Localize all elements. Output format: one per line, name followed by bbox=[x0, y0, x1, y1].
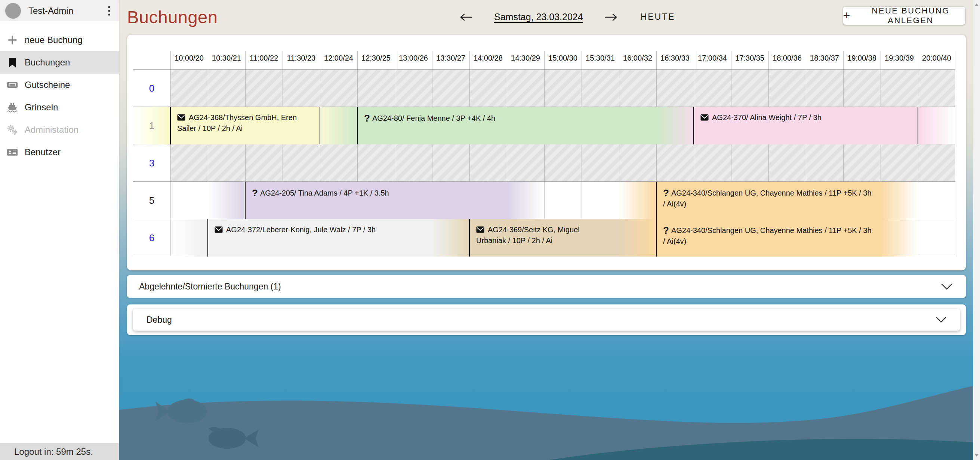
question-mark-icon: ? bbox=[663, 225, 669, 236]
sidebar-user-header: Test-Admin bbox=[0, 0, 119, 21]
grid-row-0: 0 bbox=[133, 69, 955, 107]
time-column-label: 17:00/34 bbox=[694, 54, 731, 62]
sidebar-item-label: Administation bbox=[25, 125, 78, 135]
booking-boundary-line bbox=[357, 107, 358, 144]
booking-gradient bbox=[208, 182, 245, 219]
prev-day-arrow-icon[interactable] bbox=[460, 13, 473, 21]
booking-boundary-line bbox=[469, 219, 470, 257]
booking-gradient bbox=[170, 219, 208, 257]
time-column-label: 12:00/24 bbox=[320, 54, 357, 62]
date-navigation: Samstag, 23.03.2024 HEUTE bbox=[460, 9, 677, 25]
booking-label[interactable]: ?AG24-340/Schlangen UG, Chayenne Mathies… bbox=[663, 187, 873, 209]
time-column-label: 14:30/29 bbox=[507, 54, 544, 62]
new-booking-label: NEUE BUCHUNG ANLEGEN bbox=[856, 6, 965, 26]
row-number-1: 1 bbox=[133, 107, 170, 144]
time-column-label: 16:00/32 bbox=[619, 54, 656, 62]
question-mark-icon: ? bbox=[663, 187, 669, 199]
time-header-row: 10:00/2010:30/2111:00/2211:30/2312:00/24… bbox=[133, 48, 955, 69]
time-column-label: 13:00/26 bbox=[395, 54, 432, 62]
time-column-label: 20:00/40 bbox=[918, 54, 955, 62]
rejected-bookings-panel[interactable]: Abgelehnte/Stornierte Buchungen (1) bbox=[127, 275, 966, 298]
time-column-label: 14:00/28 bbox=[469, 54, 507, 62]
booking-boundary-line bbox=[656, 219, 657, 257]
time-column-label: 15:30/31 bbox=[582, 54, 619, 62]
question-mark-icon: ? bbox=[364, 113, 370, 124]
page-title: Buchungen bbox=[127, 7, 218, 27]
booking-text: AG24-369/Seitz KG, Miguel Urbaniak / 10P… bbox=[476, 225, 580, 244]
sidebar-item-label: Grinseln bbox=[25, 102, 58, 113]
scroll-down-icon[interactable] bbox=[975, 454, 978, 457]
ticket-icon bbox=[0, 80, 25, 89]
envelope-icon bbox=[476, 226, 484, 235]
new-booking-button[interactable]: + NEUE BUCHUNG ANLEGEN bbox=[843, 7, 965, 25]
today-button[interactable]: HEUTE bbox=[639, 9, 677, 25]
booking-grid-table: 10:00/2010:30/2111:00/2211:30/2312:00/24… bbox=[133, 48, 955, 256]
kebab-menu-icon[interactable] bbox=[102, 3, 117, 18]
bookmark-icon bbox=[0, 58, 25, 68]
next-day-arrow-icon[interactable] bbox=[605, 13, 617, 21]
sidebar-item-label: Gutscheine bbox=[25, 80, 70, 90]
row-number-0[interactable]: 0 bbox=[133, 70, 170, 107]
booking-text: AG24-205/ Tina Adams / 4P +1K / 3.5h bbox=[260, 189, 389, 197]
booking-label[interactable]: AG24-372/Leberer-Konig, Jule Walz / 7P /… bbox=[215, 224, 425, 235]
booking-label[interactable]: AG24-370/ Alina Weight / 7P / 3h bbox=[700, 112, 910, 123]
booking-boundary-line bbox=[918, 107, 918, 144]
booking-text: AG24-372/Leberer-Konig, Jule Walz / 7P /… bbox=[226, 225, 375, 234]
booking-gradient bbox=[881, 182, 918, 219]
scroll-up-icon[interactable] bbox=[975, 3, 978, 6]
booking-gradient bbox=[619, 219, 656, 257]
envelope-icon bbox=[700, 114, 709, 122]
unavailable-hatch-area bbox=[170, 144, 955, 181]
time-column-label: 18:00/36 bbox=[768, 54, 806, 62]
envelope-icon bbox=[215, 226, 223, 235]
envelope-icon bbox=[177, 114, 185, 122]
booking-label[interactable]: AG24-369/Seitz KG, Miguel Urbaniak / 10P… bbox=[476, 224, 611, 246]
booking-text: AG24-80/ Fenja Menne / 3P +4K / 4h bbox=[372, 114, 495, 122]
grid-row-1: 1AG24-368/Thyssen GmbH, Eren Sailer / 10… bbox=[133, 107, 955, 144]
plus-icon bbox=[0, 35, 25, 45]
time-column-label: 12:30/25 bbox=[357, 54, 395, 62]
debug-label: Debug bbox=[146, 315, 936, 325]
grid-row-5: 5?AG24-205/ Tina Adams / 4P +1K / 3.5h?A… bbox=[133, 181, 955, 219]
booking-text: AG24-340/Schlangen UG, Chayenne Mathies … bbox=[663, 226, 872, 245]
booking-boundary-line bbox=[207, 219, 208, 257]
row-number-6[interactable]: 6 bbox=[133, 219, 170, 257]
sidebar-item-administation: Administation bbox=[0, 118, 119, 141]
booking-label[interactable]: ?AG24-340/Schlangen UG, Chayenne Mathies… bbox=[663, 224, 873, 247]
current-date-link[interactable]: Samstag, 23.03.2024 bbox=[494, 11, 583, 22]
booking-label[interactable]: ?AG24-205/ Tina Adams / 4P +1K / 3.5h bbox=[252, 187, 500, 199]
logout-timer: Logout in: 59m 25s. bbox=[0, 443, 119, 460]
sidebar-item-neue-buchung[interactable]: neue Buchung bbox=[0, 29, 119, 51]
booking-text: AG24-340/Schlangen UG, Chayenne Mathies … bbox=[663, 189, 872, 208]
booking-gradient bbox=[432, 219, 469, 257]
row-number-3[interactable]: 3 bbox=[133, 144, 170, 182]
time-column-label: 15:00/30 bbox=[544, 54, 582, 62]
scrollbar[interactable] bbox=[973, 0, 980, 460]
gears-icon bbox=[0, 125, 25, 135]
sidebar-item-benutzer[interactable]: Benutzer bbox=[0, 141, 119, 163]
time-column-label: 19:30/39 bbox=[881, 54, 918, 62]
booking-gradient bbox=[320, 107, 357, 144]
booking-gradient bbox=[619, 182, 656, 219]
sidebar-item-buchungen[interactable]: Buchungen bbox=[0, 51, 119, 73]
booking-gradient bbox=[507, 182, 544, 219]
chevron-down-icon bbox=[936, 317, 947, 323]
time-column-label: 10:00/20 bbox=[170, 54, 208, 62]
booking-boundary-line bbox=[656, 182, 657, 219]
sidebar-nav: neue BuchungBuchungenGutscheineGrinselnA… bbox=[0, 21, 119, 163]
avatar bbox=[5, 3, 21, 19]
time-column-label: 10:30/21 bbox=[208, 54, 245, 62]
time-column-label: 13:30/27 bbox=[432, 54, 469, 62]
sidebar-item-label: Buchungen bbox=[25, 57, 70, 68]
booking-label[interactable]: AG24-368/Thyssen GmbH, Eren Sailer / 10P… bbox=[177, 112, 312, 134]
booking-gradient bbox=[656, 107, 694, 144]
booking-label[interactable]: ?AG24-80/ Fenja Menne / 3P +4K / 4h bbox=[364, 112, 649, 124]
booking-grid-card: 10:00/2010:30/2111:00/2211:30/2312:00/24… bbox=[127, 35, 966, 270]
debug-panel[interactable]: Debug bbox=[133, 309, 960, 331]
time-column-label: 17:30/35 bbox=[731, 54, 768, 62]
sidebar-item-gutscheine[interactable]: Gutscheine bbox=[0, 73, 119, 96]
sidebar-item-grinseln[interactable]: Grinseln bbox=[0, 96, 119, 118]
booking-text: AG24-370/ Alina Weight / 7P / 3h bbox=[712, 113, 821, 121]
question-mark-icon: ? bbox=[252, 187, 258, 199]
id-card-icon bbox=[0, 148, 25, 157]
